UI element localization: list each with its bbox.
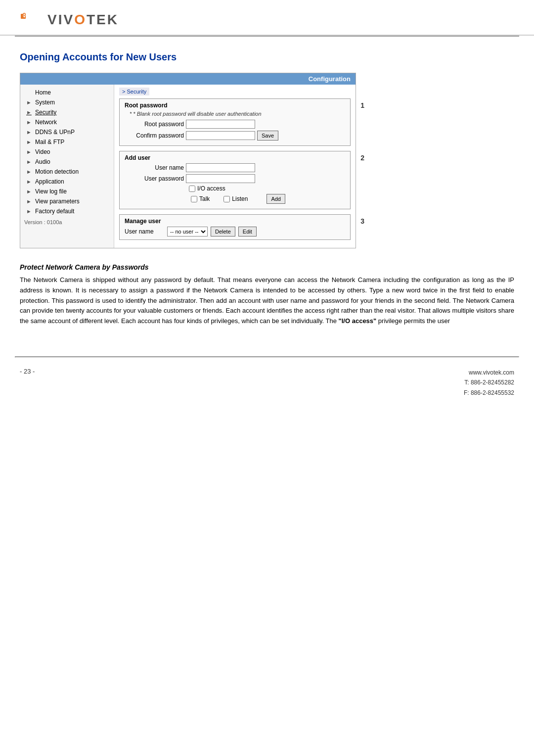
root-password-input[interactable] xyxy=(186,120,255,129)
manage-user-row: User name -- no user -- Delete Edit xyxy=(125,227,345,236)
ui-config-header: Configuration xyxy=(20,73,356,85)
save-button[interactable]: Save xyxy=(257,131,278,141)
ui-body: Home ► System ► Security ► Network ► DDN… xyxy=(20,85,356,248)
main-content: Opening Accounts for New Users Configura… xyxy=(0,37,534,346)
arrow-icon-motion: ► xyxy=(26,169,33,175)
sidebar-item-viewlog[interactable]: ► View log file xyxy=(20,187,114,196)
listen-label: Listen xyxy=(232,195,248,202)
section3-title: Manage user xyxy=(125,218,345,225)
body-text: The Network Camera is shipped without an… xyxy=(20,275,514,327)
logo-text: VIVOTEK xyxy=(47,12,119,28)
ui-screenshot-box: Configuration Home ► System ► Security ► xyxy=(20,73,356,248)
fax: F: 886-2-82455532 xyxy=(464,388,514,398)
version-label: Version : 0100a xyxy=(20,216,114,228)
edit-user-button[interactable]: Edit xyxy=(238,227,257,236)
talk-label: Talk xyxy=(199,195,210,202)
username-label: User name xyxy=(125,164,184,171)
talk-checkbox[interactable] xyxy=(191,196,197,202)
delete-user-button[interactable]: Delete xyxy=(211,227,235,236)
section1-note: * * Blank root password will disable use… xyxy=(130,111,345,117)
section3-box: Manage user User name -- no user -- Dele… xyxy=(119,214,351,240)
listen-checkbox[interactable] xyxy=(223,196,230,202)
arrow-icon-network: ► xyxy=(26,119,33,125)
footer-divider xyxy=(15,356,519,358)
section2-title: Add user xyxy=(125,154,345,161)
page-number: - 23 - xyxy=(20,368,35,375)
arrow-icon-viewparams: ► xyxy=(26,198,33,204)
sidebar-item-security[interactable]: ► Security xyxy=(20,107,114,117)
page-title: Opening Accounts for New Users xyxy=(20,51,514,63)
footer-contact: www.vivotek.com T: 886-2-82455282 F: 886… xyxy=(464,368,514,398)
username-row: User name xyxy=(125,163,345,172)
arrow-icon-viewlog: ► xyxy=(26,189,33,194)
manage-user-select[interactable]: -- no user -- xyxy=(167,227,208,236)
userpassword-row: User password xyxy=(125,174,345,183)
root-password-label: Root password xyxy=(125,121,184,128)
sidebar-item-network[interactable]: ► Network xyxy=(20,117,114,127)
section2-number: 2 xyxy=(360,154,364,162)
footer: - 23 - www.vivotek.com T: 886-2-82455282… xyxy=(0,363,534,408)
section1-title: Root password xyxy=(125,102,345,109)
arrow-icon-security: ► xyxy=(26,109,33,115)
main-panel: > Security Root password * * Blank root … xyxy=(114,85,356,248)
logo: VIVOTEK xyxy=(20,10,514,30)
body-subtitle: Protect Network Camera by Passwords xyxy=(20,263,514,271)
sidebar-item-audio[interactable]: ► Audio xyxy=(20,157,114,167)
userpassword-input[interactable] xyxy=(186,174,255,183)
arrow-icon-audio: ► xyxy=(26,159,33,165)
section2-wrapper: Add user User name User password I/O acc… xyxy=(119,151,351,209)
svg-point-3 xyxy=(24,14,25,15)
root-password-row: Root password xyxy=(125,120,345,129)
arrow-icon-factory: ► xyxy=(26,208,33,214)
arrow-icon-mail: ► xyxy=(26,139,33,145)
sidebar-item-application[interactable]: ► Application xyxy=(20,177,114,187)
confirm-password-row: Confirm password Save xyxy=(125,131,345,141)
vivotek-logo-icon xyxy=(20,10,44,30)
blank-icon xyxy=(26,90,33,95)
manage-username-label: User name xyxy=(125,228,164,235)
section1-number: 1 xyxy=(360,101,364,109)
arrow-icon-video: ► xyxy=(26,149,33,155)
body-section: Protect Network Camera by Passwords The … xyxy=(20,263,514,327)
sidebar: Home ► System ► Security ► Network ► DDN… xyxy=(20,85,114,248)
sidebar-item-ddns[interactable]: ► DDNS & UPnP xyxy=(20,127,114,137)
phone: T: 886-2-82455282 xyxy=(464,378,514,387)
sidebar-item-video[interactable]: ► Video xyxy=(20,147,114,157)
sidebar-item-motion[interactable]: ► Motion detection xyxy=(20,167,114,177)
section3-number: 3 xyxy=(360,217,364,225)
arrow-icon-ddns: ► xyxy=(26,129,33,135)
section3-wrapper: Manage user User name -- no user -- Dele… xyxy=(119,214,351,240)
io-access-checkbox[interactable] xyxy=(189,186,195,192)
sidebar-item-factory[interactable]: ► Factory default xyxy=(20,206,114,216)
breadcrumb: > Security xyxy=(119,88,149,95)
section2-box: Add user User name User password I/O acc… xyxy=(119,151,351,209)
arrow-icon-application: ► xyxy=(26,179,33,185)
username-input[interactable] xyxy=(186,163,255,172)
sidebar-item-viewparams[interactable]: ► View parameters xyxy=(20,196,114,206)
confirm-password-input[interactable] xyxy=(186,131,255,140)
arrow-icon-system: ► xyxy=(26,99,33,105)
website: www.vivotek.com xyxy=(464,368,514,378)
section1-wrapper: Root password * * Blank root password wi… xyxy=(119,98,351,146)
io-access-row: I/O access xyxy=(189,185,345,192)
sidebar-item-system[interactable]: ► System xyxy=(20,97,114,107)
sidebar-item-home[interactable]: Home xyxy=(20,88,114,97)
confirm-password-label: Confirm password xyxy=(125,132,184,139)
userpassword-label: User password xyxy=(125,175,184,182)
talk-listen-row: Talk Listen Add xyxy=(125,194,345,204)
add-user-button[interactable]: Add xyxy=(267,194,285,204)
section1-box: Root password * * Blank root password wi… xyxy=(119,98,351,146)
page-header: VIVOTEK xyxy=(0,0,534,36)
io-access-label: I/O access xyxy=(197,185,225,192)
sidebar-item-mail[interactable]: ► Mail & FTP xyxy=(20,137,114,147)
